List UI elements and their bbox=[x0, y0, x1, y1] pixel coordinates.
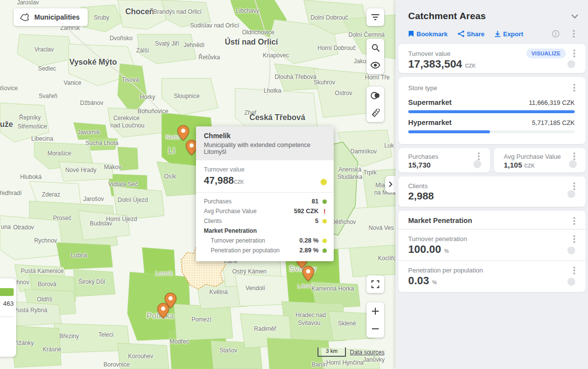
store-row: Hypermarket 5,717,185 CZK bbox=[408, 119, 575, 133]
card-menu-button[interactable] bbox=[570, 152, 579, 161]
app: JaroslavZámrskSrubyChoceňBrandýs nad Orl… bbox=[0, 0, 588, 369]
map-canvas[interactable]: JaroslavZámrskSrubyChoceňBrandýs nad Orl… bbox=[0, 0, 395, 369]
tooltip-subtitle: Municipality with extended competence Li… bbox=[204, 142, 326, 155]
share-icon bbox=[458, 30, 465, 37]
info-button[interactable] bbox=[552, 30, 560, 38]
bookmark-button[interactable]: Bookmark bbox=[408, 30, 448, 38]
chevron-down-icon bbox=[571, 14, 578, 19]
visualize-badge[interactable]: VISUALIZE bbox=[526, 49, 566, 58]
store-bar bbox=[408, 110, 575, 113]
store-row: Supermarket 11,666,319 CZK bbox=[408, 98, 575, 113]
card-menu-button[interactable] bbox=[570, 83, 579, 92]
tooltip-turnover: Turnover value 47,988CZK bbox=[196, 160, 334, 193]
fullscreen-button[interactable] bbox=[367, 275, 384, 293]
zoom-in-button[interactable] bbox=[367, 302, 384, 320]
download-icon bbox=[494, 30, 501, 37]
store-bar bbox=[408, 130, 575, 133]
kebab-icon bbox=[478, 155, 480, 157]
metric-toggle[interactable] bbox=[569, 160, 577, 168]
status-dot bbox=[322, 199, 327, 204]
filter-icon bbox=[371, 14, 380, 21]
alert-icon: ! bbox=[322, 209, 327, 214]
zoom-out-button[interactable] bbox=[367, 320, 384, 338]
tooltip-turnover-unit: CZK bbox=[234, 179, 244, 185]
tooltip-row: Clients 5 bbox=[204, 216, 327, 226]
kebab-icon bbox=[573, 155, 575, 157]
tooltip-row: Avg Purchase Value 592 CZK ! bbox=[204, 206, 327, 216]
expand-panel-button[interactable] bbox=[385, 176, 395, 193]
panel-menu-button[interactable] bbox=[569, 29, 578, 38]
card-menu-button[interactable] bbox=[570, 235, 579, 244]
fullscreen-icon bbox=[371, 280, 379, 288]
clients-card: Clients 2,988 bbox=[398, 176, 586, 207]
penetration-per-population-row: Penetration per population 0.03 % bbox=[398, 261, 586, 292]
tooltip-section-header: Market Penetration bbox=[204, 226, 327, 236]
card-label: Turnover value bbox=[408, 50, 450, 57]
chevron-right-icon bbox=[389, 181, 392, 187]
metric-toggle[interactable] bbox=[473, 160, 481, 168]
export-button[interactable]: Export bbox=[494, 30, 523, 38]
filter-button[interactable] bbox=[367, 8, 384, 26]
tooltip-title: Chmelík bbox=[204, 132, 326, 140]
municipality-tooltip: Chmelík Municipality with extended compe… bbox=[196, 126, 334, 261]
turnover-value: 17,383,504 bbox=[408, 58, 462, 70]
legend-swatch bbox=[0, 288, 14, 296]
status-dot bbox=[322, 248, 327, 253]
status-dot bbox=[320, 179, 327, 185]
contrast-icon bbox=[370, 92, 380, 99]
share-button[interactable]: Share bbox=[458, 30, 485, 38]
map-pin-icon[interactable] bbox=[157, 303, 170, 320]
store-type-card: Store type Supermarket 11,666,319 CZK Hy… bbox=[398, 77, 586, 144]
card-menu-button[interactable] bbox=[570, 217, 579, 225]
turnover-penetration-row: Turnover penetration 100.00 % bbox=[398, 230, 586, 261]
kebab-icon bbox=[573, 238, 575, 240]
municipalities-label: Municipalities bbox=[34, 13, 80, 21]
kebab-icon bbox=[573, 270, 575, 271]
tooltip-turnover-label: Turnover value bbox=[204, 166, 326, 173]
map-pin-icon[interactable] bbox=[302, 266, 315, 283]
tooltip-header: Chmelík Municipality with extended compe… bbox=[196, 126, 334, 160]
card-menu-button[interactable] bbox=[570, 266, 579, 275]
info-icon bbox=[552, 30, 560, 38]
kebab-icon bbox=[573, 52, 575, 54]
search-icon bbox=[371, 44, 380, 52]
kebab-icon bbox=[573, 87, 575, 89]
collapse-panel-button[interactable] bbox=[571, 14, 578, 19]
metric-toggle[interactable] bbox=[567, 60, 575, 68]
data-sources-link[interactable]: Data sources bbox=[350, 349, 385, 356]
kebab-icon bbox=[573, 185, 575, 187]
catchment-panel: Catchment Areas Bookmark Share bbox=[395, 0, 588, 369]
metric-toggle[interactable] bbox=[567, 246, 575, 254]
card-label: Avg Purchase Value bbox=[504, 153, 561, 160]
eye-icon bbox=[370, 62, 380, 69]
avg-purchase-value-card: Avg Purchase Value 1,105 CZK bbox=[494, 148, 586, 172]
metric-toggle[interactable] bbox=[567, 190, 575, 198]
ruler-icon bbox=[371, 109, 380, 118]
contrast-button[interactable] bbox=[367, 87, 384, 104]
purchases-card: Purchases 15,730 bbox=[398, 148, 490, 172]
search-button[interactable] bbox=[367, 39, 384, 56]
region-polygon-icon bbox=[20, 13, 29, 22]
scale-bar: 3 km bbox=[318, 347, 346, 357]
card-label: Clients bbox=[408, 182, 428, 190]
measure-button[interactable] bbox=[367, 104, 384, 122]
visibility-button[interactable] bbox=[367, 56, 384, 74]
legend-divider bbox=[0, 317, 13, 317]
tooltip-turnover-value: 47,988 bbox=[204, 175, 234, 186]
market-penetration-card: Market Penetration Turnover penetration … bbox=[398, 211, 586, 292]
bookmark-icon bbox=[408, 30, 414, 37]
card-label: Purchases bbox=[408, 153, 438, 160]
kebab-icon bbox=[573, 220, 575, 222]
kebab-icon bbox=[573, 33, 575, 35]
card-menu-button[interactable] bbox=[474, 152, 483, 161]
panel-title: Catchment Areas bbox=[408, 11, 571, 22]
legend-value: 463 bbox=[0, 300, 14, 307]
section-title: Market Penetration bbox=[408, 217, 472, 224]
municipalities-button[interactable]: Municipalities bbox=[14, 8, 88, 26]
plus-icon bbox=[372, 308, 379, 315]
card-menu-button[interactable] bbox=[570, 49, 579, 58]
tooltip-row: Penetration per population 2.89 % bbox=[204, 246, 327, 255]
tooltip-row: Turnover penetration 0.28 % bbox=[204, 236, 327, 246]
card-menu-button[interactable] bbox=[570, 182, 579, 191]
metric-toggle[interactable] bbox=[567, 278, 575, 286]
